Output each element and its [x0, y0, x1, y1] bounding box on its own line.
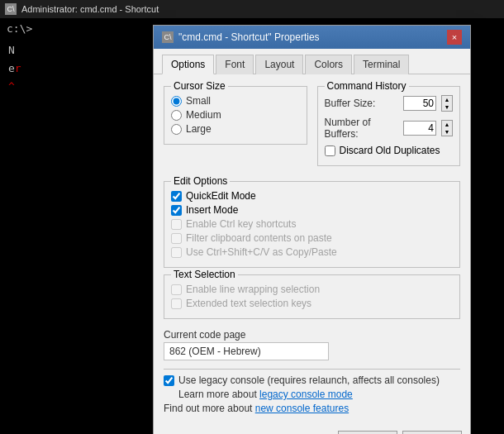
legacy-console-row: Use legacy console (requires relaunch, a…: [164, 374, 460, 414]
edit-options-group: Edit Options QuickEdit Mode Insert Mode …: [164, 181, 460, 268]
side-decorations: N er ^: [8, 41, 21, 96]
ctrl-shift-cv-checkbox: [171, 247, 182, 258]
ctrl-shift-cv-row: Use Ctrl+Shift+C/V as Copy/Paste: [171, 246, 453, 258]
discard-duplicates-row: Discard Old Duplicates: [325, 145, 454, 156]
taskbar-title: Administrator: cmd.cmd - Shortcut: [21, 4, 159, 14]
taskbar: C\ Administrator: cmd.cmd - Shortcut: [0, 0, 504, 18]
text-selection-label: Text Selection: [171, 269, 238, 280]
cursor-size-col: Cursor Size Small Medium Large: [164, 86, 307, 173]
two-col-section: Cursor Size Small Medium Large: [164, 86, 460, 173]
tab-font[interactable]: Font: [216, 55, 254, 74]
buffer-size-spinner: ▲ ▼: [441, 95, 453, 112]
text-selection-group: Text Selection Enable line wrapping sele…: [164, 274, 460, 319]
side-text-n: N: [8, 41, 21, 60]
discard-duplicates-label[interactable]: Discard Old Duplicates: [340, 145, 440, 156]
legacy-console-checkbox[interactable]: [164, 375, 174, 386]
quickedit-label[interactable]: QuickEdit Mode: [186, 190, 256, 202]
terminal-prompt: c:\>: [7, 22, 32, 35]
legacy-link-row: Learn more about legacy console mode: [178, 389, 460, 400]
cursor-size-label: Cursor Size: [171, 80, 228, 92]
find-out-row: Find out more about new console features: [164, 403, 460, 414]
radio-small: Small: [171, 95, 300, 107]
filter-clipboard-row: Filter clipboard contents on paste: [171, 232, 453, 244]
num-buffers-up[interactable]: ▲: [442, 121, 452, 128]
new-console-features-link[interactable]: new console features: [255, 403, 349, 414]
quickedit-checkbox[interactable]: [171, 191, 182, 202]
dialog-footer: OK Cancel: [154, 426, 470, 434]
side-text-r: ^: [8, 78, 21, 96]
radio-medium-input[interactable]: [171, 110, 182, 121]
discard-duplicates-checkbox[interactable]: [325, 145, 335, 156]
dialog-titlebar: C\ "cmd.cmd - Shortcut" Properties ×: [154, 26, 470, 49]
radio-large: Large: [171, 123, 300, 135]
radio-medium-label[interactable]: Medium: [186, 109, 221, 121]
dialog-close-button[interactable]: ×: [447, 30, 462, 45]
insert-mode-checkbox[interactable]: [171, 205, 182, 216]
extended-keys-label: Extended text selection keys: [186, 298, 311, 309]
insert-mode-label[interactable]: Insert Mode: [186, 204, 238, 216]
line-wrap-label: Enable line wrapping selection: [186, 284, 320, 295]
legacy-console-label[interactable]: Use legacy console (requires relaunch, a…: [178, 374, 440, 386]
dialog-body: Cursor Size Small Medium Large: [154, 74, 470, 426]
side-text-e: er: [8, 60, 21, 78]
ok-button[interactable]: OK: [338, 431, 397, 434]
learn-more-prefix: Learn more about: [178, 389, 259, 400]
line-wrap-checkbox: [171, 284, 182, 295]
ctrl-shift-cv-label: Use Ctrl+Shift+C/V as Copy/Paste: [186, 246, 337, 258]
code-page-value: 862 (OEM - Hebrew): [164, 342, 329, 360]
extended-keys-row: Extended text selection keys: [171, 298, 453, 309]
dialog-title: "cmd.cmd - Shortcut" Properties: [178, 31, 320, 43]
num-buffers-down[interactable]: ▼: [442, 128, 452, 136]
buffer-size-row: Buffer Size: ▲ ▼: [325, 95, 454, 112]
num-buffers-input[interactable]: [403, 121, 436, 136]
tab-layout[interactable]: Layout: [255, 55, 303, 74]
buffer-size-label: Buffer Size:: [325, 98, 399, 109]
tab-terminal[interactable]: Terminal: [354, 55, 409, 74]
tab-colors[interactable]: Colors: [305, 55, 352, 74]
radio-small-label[interactable]: Small: [186, 95, 211, 107]
code-page-label: Current code page: [164, 329, 460, 341]
tab-options[interactable]: Options: [162, 55, 214, 74]
code-page-section: Current code page 862 (OEM - Hebrew): [164, 326, 460, 364]
buffer-size-input[interactable]: [403, 96, 436, 111]
num-buffers-label: Number of Buffers:: [325, 117, 399, 140]
buffer-size-up[interactable]: ▲: [442, 96, 452, 103]
radio-large-label[interactable]: Large: [186, 123, 212, 135]
quickedit-row: QuickEdit Mode: [171, 190, 453, 202]
edit-options-label: Edit Options: [171, 175, 230, 187]
buffer-size-down[interactable]: ▼: [442, 103, 452, 111]
legacy-checkbox-row: Use legacy console (requires relaunch, a…: [164, 374, 460, 386]
radio-small-input[interactable]: [171, 96, 182, 107]
dialog-titlebar-left: C\ "cmd.cmd - Shortcut" Properties: [162, 31, 320, 43]
dialog-icon: C\: [162, 31, 174, 43]
radio-medium: Medium: [171, 109, 300, 121]
tabs-bar: Options Font Layout Colors Terminal: [154, 49, 470, 74]
command-history-col: Command History Buffer Size: ▲ ▼ Number …: [317, 86, 461, 173]
properties-dialog: C\ "cmd.cmd - Shortcut" Properties × Opt…: [153, 25, 471, 434]
extended-keys-checkbox: [171, 298, 182, 309]
divider: [164, 369, 460, 370]
filter-clipboard-checkbox: [171, 233, 182, 244]
command-history-group: Command History Buffer Size: ▲ ▼ Number …: [317, 86, 461, 166]
line-wrap-row: Enable line wrapping selection: [171, 284, 453, 295]
num-buffers-row: Number of Buffers: ▲ ▼: [325, 117, 454, 140]
command-history-label: Command History: [325, 80, 409, 92]
cancel-button[interactable]: Cancel: [402, 431, 462, 434]
num-buffers-spinner: ▲ ▼: [441, 120, 453, 136]
find-out-prefix: Find out more about: [164, 403, 255, 414]
taskbar-icon: C\: [5, 3, 17, 15]
radio-large-input[interactable]: [171, 124, 182, 135]
cursor-size-group: Cursor Size Small Medium Large: [164, 86, 307, 145]
insert-mode-row: Insert Mode: [171, 204, 453, 216]
legacy-console-mode-link[interactable]: legacy console mode: [259, 389, 353, 400]
ctrl-key-checkbox: [171, 219, 182, 230]
filter-clipboard-label: Filter clipboard contents on paste: [186, 232, 332, 244]
ctrl-key-row: Enable Ctrl key shortcuts: [171, 218, 453, 230]
ctrl-key-label: Enable Ctrl key shortcuts: [186, 218, 296, 230]
